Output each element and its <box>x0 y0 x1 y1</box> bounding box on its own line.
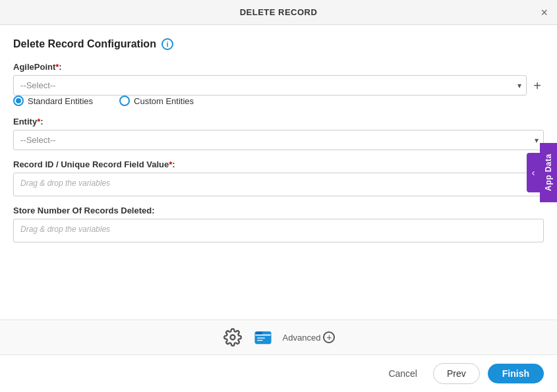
store-records-input[interactable]: Drag & drop the variables <box>13 219 544 242</box>
entity-select-wrapper-outer: --Select-- ▾ <box>13 130 544 150</box>
entity-select-container: --Select-- ▾ <box>13 130 544 150</box>
section-title-container: Delete Record Configuration i <box>13 38 544 50</box>
close-button[interactable]: × <box>541 7 548 18</box>
advanced-plus-icon: + <box>323 331 335 343</box>
app-data-label[interactable]: App Data <box>540 143 557 202</box>
custom-entities-radio[interactable]: Custom Entities <box>119 96 194 106</box>
entity-type-radio-group: Standard Entities Custom Entities <box>13 96 544 106</box>
record-id-placeholder: Drag & drop the variables <box>20 179 110 188</box>
settings-icon-button[interactable] <box>222 327 243 348</box>
agilepoint-select[interactable]: --Select-- <box>13 75 527 96</box>
actions-footer: Cancel Prev Finish <box>0 354 557 392</box>
section-title-text: Delete Record Configuration <box>13 38 156 50</box>
modal-container: DELETE RECORD × Delete Record Configurat… <box>0 0 557 392</box>
entity-label: Entity*: <box>13 117 544 126</box>
folder-icon-button[interactable] <box>252 327 274 348</box>
custom-radio-circle <box>119 96 130 106</box>
advanced-label: Advanced <box>283 333 321 343</box>
advanced-button[interactable]: Advanced + <box>283 331 336 343</box>
agilepoint-add-button[interactable]: + <box>531 79 544 92</box>
modal-header: DELETE RECORD × <box>0 0 557 25</box>
standard-radio-circle <box>13 96 24 106</box>
agilepoint-field-row: --Select-- ▾ + <box>13 75 544 96</box>
folder-icon <box>254 328 272 347</box>
standard-entities-radio[interactable]: Standard Entities <box>13 96 93 106</box>
modal-body: Delete Record Configuration i AgilePoint… <box>0 25 557 320</box>
record-id-input[interactable]: Drag & drop the variables <box>13 173 544 196</box>
chevron-icon: ‹ <box>532 167 535 178</box>
cancel-button[interactable]: Cancel <box>380 364 425 383</box>
custom-entities-label: Custom Entities <box>134 96 194 106</box>
gear-icon <box>223 328 242 347</box>
info-icon[interactable]: i <box>161 38 173 50</box>
finish-button[interactable]: Finish <box>488 364 544 383</box>
store-records-label: Store Number Of Records Deleted: <box>13 206 544 215</box>
svg-point-0 <box>230 335 235 340</box>
agilepoint-select-wrapper: --Select-- ▾ <box>13 75 527 96</box>
modal-title: DELETE RECORD <box>240 7 318 17</box>
agilepoint-label: AgilePoint*: <box>13 62 544 72</box>
store-records-placeholder: Drag & drop the variables <box>20 225 110 234</box>
toolbar-footer: Advanced + <box>0 320 557 354</box>
app-data-chevron-button[interactable]: ‹ <box>527 153 540 192</box>
standard-entities-label: Standard Entities <box>28 96 93 106</box>
record-id-label: Record ID / Unique Record Field Value*: <box>13 159 544 169</box>
prev-button[interactable]: Prev <box>433 363 480 384</box>
entity-select[interactable]: --Select-- <box>13 130 544 150</box>
app-data-sidebar: ‹ App Data <box>527 143 557 202</box>
